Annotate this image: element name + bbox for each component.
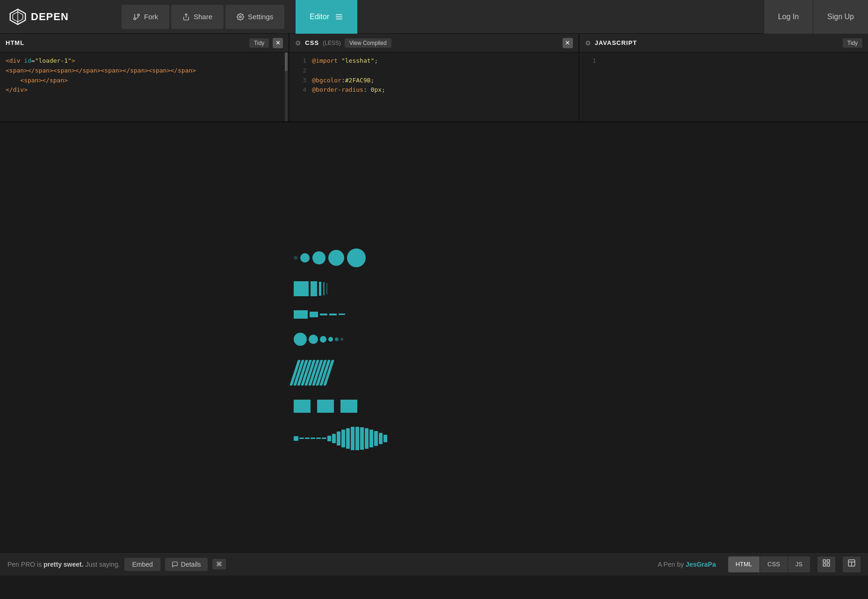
share-icon <box>182 13 190 21</box>
html-tidy-button[interactable]: Tidy <box>249 38 269 48</box>
editor-tab[interactable]: Editor <box>296 0 357 34</box>
dash-3 <box>339 314 345 315</box>
wave-dash-5 <box>322 438 326 439</box>
editor-row: HTML Tidy ✕ <div id="loader-1"> <span></… <box>0 34 868 123</box>
bar-medium <box>311 281 317 296</box>
html-code-area[interactable]: <div id="loader-1"> <span></span><span><… <box>0 52 289 121</box>
css-line-2: 2 <box>295 66 572 76</box>
wave-bar-13 <box>383 435 387 442</box>
css-view-btn[interactable]: CSS <box>760 556 788 572</box>
circle-xlarge <box>347 248 366 267</box>
top-nav: DEPEN Fork Share Settings Editor Log In … <box>0 0 868 34</box>
code-line-3: <span></span> <box>6 76 283 86</box>
css-panel-subtitle: (LESS) <box>323 40 341 46</box>
signup-button[interactable]: Sign Up <box>813 0 868 34</box>
dot-tiny <box>335 337 339 341</box>
promo-bold: pretty sweet. <box>43 561 84 568</box>
preview-area <box>0 123 868 576</box>
view-compiled-button[interactable]: View Compiled <box>345 38 391 48</box>
login-button[interactable]: Log In <box>764 0 813 34</box>
dot-medium <box>320 336 326 343</box>
fork-icon <box>133 13 140 21</box>
js-code-area[interactable]: 1 <box>579 52 868 121</box>
svg-rect-8 <box>827 560 830 562</box>
html-view-btn[interactable]: HTML <box>728 556 760 572</box>
anim-row-1 <box>294 248 366 267</box>
js-panel-title: JavaScript <box>595 39 637 46</box>
svg-rect-10 <box>827 564 830 566</box>
code-line-1: <div id="loader-1"> <box>6 56 283 66</box>
svg-point-3 <box>239 16 241 18</box>
html-close-button[interactable]: ✕ <box>273 38 283 48</box>
css-line-3: 3@bgcolor:#2FAC9B; <box>295 76 572 86</box>
code-line-2: <span></span><span></span><span></span><… <box>6 66 283 76</box>
wave-bar-8 <box>360 427 364 450</box>
circle-medium <box>312 251 326 264</box>
wave-bar-6 <box>351 427 354 450</box>
css-close-button[interactable]: ✕ <box>563 38 573 48</box>
menu-icon <box>335 13 343 21</box>
layout-button[interactable] <box>843 556 861 572</box>
spaced-sq-2 <box>317 400 334 413</box>
details-button[interactable]: Details <box>165 558 208 571</box>
anim-row-2 <box>294 281 327 296</box>
promo-prefix: Pen PRO is <box>7 561 43 568</box>
css-code-area[interactable]: 1@import "lesshat"; 2 3@bgcolor:#2FAC9B;… <box>289 52 578 121</box>
anim-row-4 <box>294 333 343 346</box>
details-label: Details <box>181 561 201 568</box>
css-panel-header: ⚙ CSS (LESS) View Compiled ✕ <box>289 34 578 52</box>
css-gear-icon[interactable]: ⚙ <box>295 39 301 47</box>
js-panel-header: ⚙ JavaScript Tidy <box>579 34 868 52</box>
share-button[interactable]: Share <box>171 5 224 29</box>
embed-button[interactable]: Embed <box>124 558 160 571</box>
pen-info: A Pen by JesGraPa <box>658 561 716 568</box>
js-gear-icon[interactable]: ⚙ <box>585 39 591 47</box>
anim-row-5 <box>294 360 330 386</box>
wave-bar-3 <box>337 431 340 446</box>
settings-label: Settings <box>248 13 273 21</box>
settings-icon <box>237 13 244 21</box>
main-content: Pen PRO is pretty sweet. Just saying. Em… <box>0 123 868 576</box>
wave-bar-7 <box>355 427 359 450</box>
share-label: Share <box>194 13 212 21</box>
code-line-4: </div> <box>6 85 283 95</box>
layout-icon <box>847 559 856 567</box>
css-panel: ⚙ CSS (LESS) View Compiled ✕ 1@import "l… <box>289 34 579 121</box>
svg-rect-9 <box>823 564 825 566</box>
pen-author: JesGraPa <box>686 561 716 568</box>
bottom-bar: Pen PRO is pretty sweet. Just saying. Em… <box>0 552 868 576</box>
html-scrollbar[interactable] <box>285 52 288 121</box>
css-line-4: 4@border-radius: 0px; <box>295 85 572 95</box>
fork-button[interactable]: Fork <box>122 5 169 29</box>
anim-row-3 <box>294 310 345 319</box>
logo-text: DEPEN <box>31 11 69 23</box>
dot-small <box>328 337 333 342</box>
dot-large <box>309 335 318 344</box>
js-tidy-button[interactable]: Tidy <box>843 38 862 48</box>
pen-info-prefix: A Pen by <box>658 561 686 568</box>
spaced-sq-3 <box>340 400 357 413</box>
wave-bar-12 <box>379 433 383 444</box>
css-line-1: 1@import "lesshat"; <box>295 56 572 66</box>
signup-label: Sign Up <box>827 13 854 21</box>
spaced-sq-1 <box>294 400 311 413</box>
js-line-1: 1 <box>585 56 862 66</box>
js-view-btn[interactable]: JS <box>788 556 810 572</box>
settings-button[interactable]: Settings <box>225 5 284 29</box>
promo-suffix: Just saying. <box>84 561 120 568</box>
bar-thin <box>319 282 321 296</box>
wave-dash-4 <box>316 438 321 439</box>
logo-icon <box>9 8 26 25</box>
wave-bar-5 <box>346 428 350 449</box>
wave-sq-start <box>294 436 298 441</box>
cmd-button[interactable]: ⌘ <box>212 559 226 570</box>
wave-bar-10 <box>369 430 373 447</box>
circle-tiny <box>294 256 297 260</box>
wave-bar-1 <box>327 436 331 441</box>
svg-rect-7 <box>823 560 825 562</box>
wave-bar-9 <box>365 428 369 449</box>
grid-view-button[interactable] <box>817 556 835 572</box>
promo-text: Pen PRO is pretty sweet. Just saying. <box>7 561 120 568</box>
wave-bar-4 <box>341 430 345 447</box>
animations-canvas <box>247 248 621 450</box>
